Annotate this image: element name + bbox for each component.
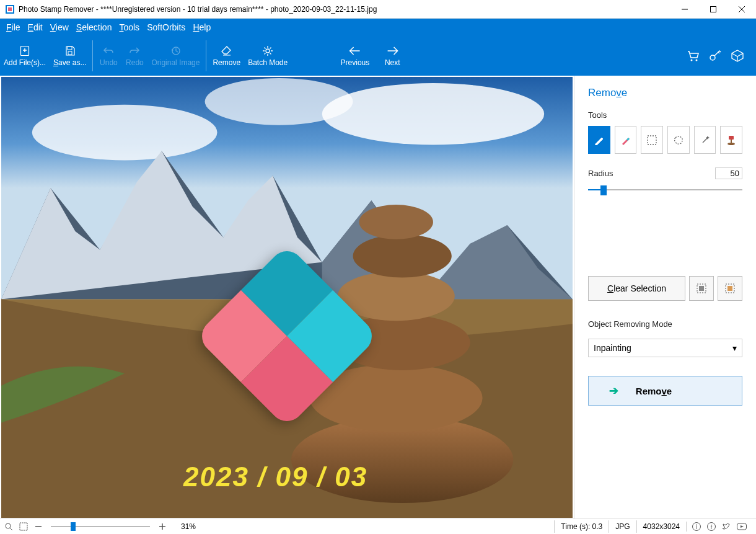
maximize-button[interactable] [699, 0, 727, 19]
zoom-actual-icon[interactable] [4, 522, 14, 532]
remove-button[interactable]: ➔ Remove [588, 376, 742, 406]
app-icon [5, 4, 15, 14]
menu-file[interactable]: File [6, 22, 20, 32]
svg-line-39 [10, 528, 12, 530]
menu-tools[interactable]: Tools [119, 22, 139, 32]
panel-title: Remove [588, 87, 742, 99]
svg-text:f: f [711, 524, 713, 530]
zoom-percent: 31% [181, 522, 196, 531]
svg-rect-32 [731, 140, 732, 143]
redo-icon [129, 45, 140, 57]
zoom-out-icon[interactable] [33, 522, 43, 532]
zoom-in-icon[interactable] [157, 522, 167, 532]
radius-label: Radius [588, 169, 613, 178]
cube-icon[interactable] [730, 48, 745, 63]
window-title: Photo Stamp Remover - ****Unregistered v… [19, 5, 670, 14]
youtube-icon[interactable] [736, 522, 747, 532]
next-button[interactable]: Next [379, 42, 405, 69]
eraser-icon [221, 45, 233, 57]
info-icon[interactable]: i [692, 522, 701, 532]
tools-label: Tools [588, 110, 742, 120]
menu-help[interactable]: Help [193, 22, 211, 32]
mode-dropdown[interactable]: Inpainting ▾ [588, 339, 742, 357]
save-icon [64, 45, 76, 57]
svg-rect-10 [68, 47, 72, 50]
twitter-icon[interactable] [721, 522, 731, 532]
close-button[interactable] [727, 0, 756, 19]
svg-rect-35 [699, 286, 704, 291]
previous-button[interactable]: Previous [337, 42, 374, 69]
svg-point-15 [691, 60, 693, 61]
clear-selection-button[interactable]: Clear Selection [588, 276, 685, 301]
add-file-icon [19, 45, 30, 57]
gear-icon [262, 45, 273, 57]
svg-point-16 [696, 60, 698, 61]
deselect-button[interactable] [689, 276, 714, 301]
tool-color-marker[interactable] [615, 126, 637, 154]
dimensions-label: 4032x3024 [636, 520, 686, 533]
arrow-right-icon [386, 45, 398, 57]
tool-magic-wand[interactable] [694, 126, 716, 154]
fit-screen-icon[interactable] [19, 522, 29, 532]
tool-freeform-select[interactable] [667, 126, 690, 154]
add-files-button[interactable]: Add File(s)... [0, 36, 50, 76]
svg-point-29 [595, 144, 596, 145]
svg-point-14 [266, 49, 270, 53]
svg-point-28 [359, 205, 433, 239]
menu-softorbits[interactable]: SoftOrbits [147, 22, 185, 32]
menu-selection[interactable]: Selection [76, 22, 112, 32]
cart-icon[interactable] [685, 48, 700, 63]
svg-rect-30 [648, 136, 656, 145]
redo-button[interactable]: Redo [121, 36, 147, 76]
undo-icon [103, 45, 114, 57]
object-mode-label: Object Removing Mode [588, 319, 742, 329]
side-panel: Remove Tools Radius Clear Selection Obje… [574, 76, 756, 518]
tool-clone-stamp[interactable] [720, 126, 742, 154]
svg-point-38 [6, 523, 11, 528]
remove-toolbar-button[interactable]: Remove [209, 36, 244, 76]
svg-rect-40 [20, 523, 27, 530]
radius-slider[interactable] [588, 184, 742, 195]
svg-point-27 [353, 234, 452, 278]
svg-point-19 [322, 83, 544, 145]
undo-button[interactable]: Undo [95, 36, 121, 76]
batch-mode-button[interactable]: Batch Mode [244, 36, 291, 76]
svg-rect-2 [8, 7, 12, 11]
toolbar: Add File(s)... Save as... Undo Redo Orig… [0, 36, 756, 76]
key-icon[interactable] [708, 48, 723, 63]
titlebar: Photo Stamp Remover - ****Unregistered v… [0, 0, 756, 19]
facebook-icon[interactable]: f [706, 522, 716, 532]
svg-rect-31 [729, 136, 734, 140]
arrow-left-icon [349, 45, 361, 57]
menu-edit[interactable]: Edit [28, 22, 43, 32]
original-image-button[interactable]: Original Image [147, 36, 203, 76]
svg-rect-37 [727, 286, 732, 291]
select-color-button[interactable] [718, 276, 742, 301]
statusbar: 31% Time (s): 0.3 JPG 4032x3024 i f [0, 518, 756, 534]
menubar: File Edit View Selection Tools SoftOrbit… [0, 19, 756, 36]
tool-rectangle-select[interactable] [641, 126, 663, 154]
image-view: 2023 / 09 / 03 [1, 77, 573, 517]
time-label: Time (s): 0.3 [554, 520, 609, 533]
main-area: 2023 / 09 / 03 Remove Tools Radius Cle [0, 76, 756, 518]
tool-marker[interactable] [588, 126, 610, 154]
format-label: JPG [609, 520, 636, 533]
svg-rect-11 [68, 51, 72, 55]
arrow-right-icon: ➔ [609, 384, 618, 398]
canvas-area[interactable]: 2023 / 09 / 03 [0, 76, 574, 518]
chevron-down-icon: ▾ [732, 343, 737, 353]
svg-rect-4 [711, 6, 716, 12]
zoom-slider[interactable] [51, 522, 150, 532]
menu-view[interactable]: View [50, 22, 69, 32]
svg-point-21 [205, 78, 353, 125]
history-icon [170, 45, 181, 57]
minimize-button[interactable] [670, 0, 699, 19]
radius-input[interactable] [715, 167, 742, 179]
svg-point-20 [32, 105, 218, 161]
save-as-button[interactable]: Save as... [50, 36, 90, 76]
date-stamp: 2023 / 09 / 03 [183, 461, 367, 492]
svg-point-33 [727, 143, 735, 145]
svg-point-17 [710, 55, 715, 60]
svg-text:i: i [696, 523, 697, 530]
